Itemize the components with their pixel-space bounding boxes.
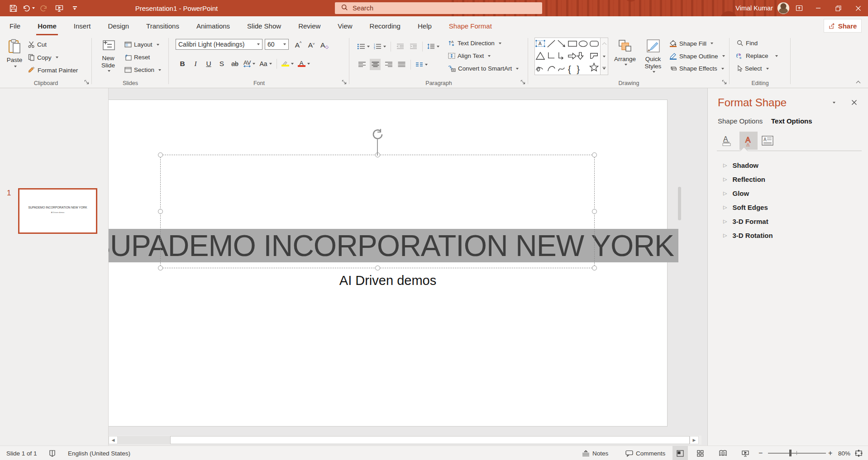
collapse-ribbon-icon[interactable] [856, 81, 861, 85]
title-textbox-selection[interactable] [160, 155, 595, 268]
tab-home[interactable]: Home [36, 16, 58, 35]
slide-thumbnail[interactable]: SUPADEMO INCORPORATION NEW YORK AI Drive… [18, 188, 97, 234]
shapes-scroll-down-icon[interactable] [603, 56, 606, 57]
shapes-more-icon[interactable] [602, 67, 606, 70]
shapes-scroll-up-icon[interactable] [602, 42, 606, 47]
tab-recording[interactable]: Recording [368, 16, 402, 35]
layout-button[interactable]: Layout [124, 41, 159, 48]
pane-close-icon[interactable] [851, 99, 857, 107]
minimize-button[interactable] [808, 0, 828, 16]
underline-button[interactable]: U [203, 58, 214, 69]
increase-indent-button[interactable] [408, 41, 419, 52]
columns-button[interactable] [415, 59, 429, 70]
paragraph-dialog-launcher-icon[interactable] [520, 79, 525, 86]
font-size-select[interactable]: 60 [265, 39, 289, 50]
section-3d-format[interactable]: ▷3-D Format [723, 218, 768, 225]
replace-button[interactable]: bc Replace [736, 52, 778, 59]
highlight-color-button[interactable] [281, 58, 295, 69]
clipboard-dialog-launcher-icon[interactable] [84, 79, 89, 86]
align-left-button[interactable] [357, 59, 367, 70]
resize-handle-top-left[interactable] [158, 152, 163, 157]
resize-handle-middle-right[interactable] [592, 209, 597, 214]
text-direction-button[interactable]: A Text Direction [448, 40, 501, 47]
shape-outline-button[interactable]: Shape Outline [669, 52, 725, 60]
section-soft-edges[interactable]: ▷Soft Edges [723, 204, 768, 211]
shape-effects-button[interactable]: Shape Effects [669, 65, 724, 72]
strikethrough-button[interactable]: ab [229, 58, 240, 69]
shapes-gallery[interactable]: A { } [534, 38, 601, 75]
tab-shape-options[interactable]: Shape Options [718, 117, 763, 125]
user-avatar[interactable] [777, 2, 789, 14]
drawing-dialog-launcher-icon[interactable] [722, 79, 727, 86]
restore-button[interactable] [828, 0, 848, 16]
font-dialog-launcher-icon[interactable] [342, 79, 347, 86]
horizontal-scrollbar[interactable]: ◀ ▶ [109, 436, 701, 445]
text-effects-icon[interactable]: AA [739, 132, 758, 150]
line-spacing-button[interactable] [426, 41, 440, 52]
convert-to-smartart-button[interactable]: Convert to SmartArt [448, 65, 519, 72]
font-name-select[interactable]: Calibri Light (Headings) [176, 39, 262, 50]
search-input[interactable] [353, 5, 515, 12]
scroll-left-icon[interactable]: ◀ [109, 436, 118, 444]
quick-styles-button[interactable]: Quick Styles [639, 36, 667, 78]
select-button[interactable]: Select [737, 65, 769, 72]
undo-dropdown-caret[interactable] [32, 7, 35, 9]
reading-view-button[interactable] [715, 446, 730, 460]
shape-fill-button[interactable]: Shape Fill [669, 40, 713, 47]
section-button[interactable]: Section [124, 66, 161, 73]
tab-help[interactable]: Help [416, 16, 433, 35]
cut-button[interactable]: Cut [28, 41, 47, 48]
search-box[interactable] [335, 2, 542, 14]
undo-icon[interactable] [21, 1, 36, 15]
slide-sorter-view-button[interactable] [692, 446, 708, 460]
zoom-slider-track[interactable] [768, 453, 826, 454]
close-button[interactable] [848, 0, 868, 16]
zoom-out-button[interactable]: − [758, 446, 763, 460]
fit-to-window-icon[interactable] [855, 446, 863, 460]
tab-view[interactable]: View [336, 16, 353, 35]
resize-handle-bottom-left[interactable] [158, 266, 163, 270]
text-fill-outline-icon[interactable]: A [718, 132, 736, 150]
italic-button[interactable]: I [190, 58, 201, 69]
align-center-button[interactable] [370, 59, 381, 70]
slideshow-view-button[interactable] [738, 446, 753, 460]
arrange-button[interactable]: Arrange [612, 36, 638, 78]
resize-handle-middle-left[interactable] [158, 209, 163, 214]
tab-slide-show[interactable]: Slide Show [246, 16, 282, 35]
save-icon[interactable] [5, 1, 21, 15]
decrease-font-size-button[interactable]: A^ [306, 39, 317, 51]
ribbon-display-options-icon[interactable] [790, 0, 808, 16]
align-right-button[interactable] [383, 59, 394, 70]
resize-handle-top-center[interactable] [375, 152, 380, 157]
numbering-button[interactable]: 123 [373, 41, 387, 52]
shadow-button[interactable]: S [216, 58, 227, 69]
pane-options-caret-icon[interactable] [833, 102, 835, 104]
horizontal-scrollbar-thumb[interactable] [170, 436, 690, 444]
scroll-right-icon[interactable]: ▶ [690, 436, 699, 444]
tab-animations[interactable]: Animations [195, 16, 231, 35]
increase-font-size-button[interactable]: A^ [293, 39, 304, 51]
tab-shape-format[interactable]: Shape Format [448, 16, 493, 35]
scrollbar-track[interactable] [118, 436, 170, 444]
resize-handle-bottom-right[interactable] [592, 266, 597, 270]
slide-indicator[interactable]: Slide 1 of 1 [6, 446, 37, 460]
account-area[interactable]: Vimal Kumar [735, 0, 789, 16]
textbox-layout-icon[interactable]: A [758, 132, 777, 150]
tab-file[interactable]: File [8, 16, 22, 35]
zoom-slider-handle[interactable] [789, 450, 792, 456]
reset-button[interactable]: Reset [124, 54, 150, 61]
bold-button[interactable]: B [177, 58, 188, 69]
section-shadow[interactable]: ▷Shadow [723, 161, 758, 169]
font-color-button[interactable]: A [297, 58, 311, 69]
section-3d-rotation[interactable]: ▷3-D Rotation [723, 232, 773, 239]
slide-editing-area[interactable]: SUPADEMO INCORPORATION NEW YORK AI Drive… [109, 88, 707, 446]
notes-button[interactable]: Notes [582, 446, 608, 460]
normal-view-button[interactable] [672, 446, 688, 460]
redo-icon[interactable] [36, 1, 52, 15]
resize-handle-bottom-center[interactable] [375, 266, 380, 270]
zoom-level[interactable]: 80% [838, 446, 850, 460]
section-glow[interactable]: ▷Glow [723, 190, 749, 197]
tab-insert[interactable]: Insert [72, 16, 92, 35]
tab-review[interactable]: Review [297, 16, 322, 35]
decrease-indent-button[interactable] [395, 41, 405, 52]
